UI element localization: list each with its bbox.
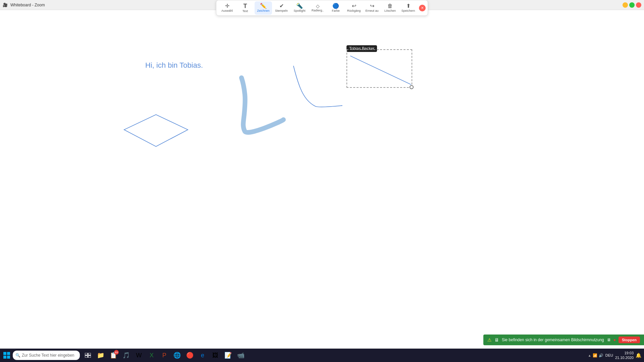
canvas-area[interactable]: Hi, ich bin Tobias. Tobias Becker <box>0 16 644 349</box>
farbe-label: Farbe <box>332 9 340 12</box>
screen-share-icon: 🖥 <box>494 337 499 343</box>
svg-marker-0 <box>124 115 188 146</box>
tool-stempeln[interactable]: ✔ Stempeln <box>273 1 290 15</box>
svg-rect-4 <box>3 356 6 359</box>
tray-time[interactable]: 19:03 21.10.2020 <box>615 351 634 360</box>
taskview-button[interactable] <box>82 349 94 361</box>
clock-date: 21.10.2020 <box>615 355 634 360</box>
dot-icon: ● <box>613 338 616 342</box>
text-icon: T <box>244 3 247 9</box>
zoom-button[interactable]: 📹 <box>235 349 247 361</box>
taskbar-search[interactable]: 🔍 Zur Suche Text hier eingeben <box>13 351 80 360</box>
svg-rect-9 <box>88 356 91 358</box>
speichern-label: Speichern <box>401 9 415 12</box>
window-title: Whiteboard - Zoom <box>10 3 45 7</box>
stempeln-icon: ✔ <box>279 3 284 9</box>
chrome-icon: 🔴 <box>186 352 194 359</box>
sticky-icon: 📝 <box>224 352 232 359</box>
window-controls <box>623 2 641 8</box>
auswahl-icon: ✛ <box>225 3 229 9</box>
taskbar-icons: 📁 📋 69 🎵 W X P 🌐 🔴 e 🖼 📝 <box>82 349 247 361</box>
tool-text[interactable]: T Text <box>236 1 254 15</box>
zeichnen-label: Zeichnen <box>257 9 269 12</box>
photos-button[interactable]: 🖼 <box>209 349 221 361</box>
tool-ruckgang[interactable]: ↩ Rückgäng <box>345 1 363 15</box>
tool-farbe[interactable]: 🔵 Farbe <box>327 1 344 15</box>
start-button[interactable] <box>1 350 12 361</box>
tool-auswahl[interactable]: ✛ Auswähl <box>218 1 236 15</box>
tray-volume-icon[interactable]: 🔊 <box>599 353 603 358</box>
word-icon: W <box>136 352 142 359</box>
edge-icon: 🌐 <box>173 352 181 359</box>
speichern-icon: ⬆ <box>406 3 411 9</box>
clock-time: 19:03 <box>624 351 634 355</box>
screen-share-message: Sie befinden sich in der gemeinsamen Bil… <box>502 338 604 342</box>
powerpoint-button[interactable]: P <box>158 349 170 361</box>
tray-notification-icon[interactable]: 🔔 <box>636 353 641 358</box>
word-button[interactable]: W <box>133 349 145 361</box>
svg-rect-7 <box>88 353 91 355</box>
close-button[interactable] <box>636 2 641 8</box>
tool-radiergu[interactable]: ◇ Radierg.. <box>309 1 326 15</box>
photos-icon: 🖼 <box>212 352 218 359</box>
user-label: Tobias Becker <box>346 45 377 52</box>
ruckgang-label: Rückgäng <box>347 9 361 12</box>
erneut-label: Erneut au <box>365 9 378 12</box>
spotify-button[interactable]: 🎵 <box>120 349 132 361</box>
monitor-icon: 🖥 <box>607 338 611 342</box>
ruckgang-icon: ↩ <box>352 3 356 9</box>
svg-rect-6 <box>85 353 88 355</box>
toolbar: ✛ Auswähl T Text ✏️ Zeichnen ✔ Stempeln … <box>216 0 428 16</box>
badge-count: 69 <box>114 350 119 355</box>
zeichnen-icon: ✏️ <box>260 3 267 9</box>
farbe-icon: 🔵 <box>332 3 339 9</box>
loschen-icon: 🗑 <box>387 3 393 9</box>
zoom-icon: 📹 <box>237 352 245 359</box>
warning-icon: ⚠ <box>487 337 492 343</box>
badge-app-button[interactable]: 📋 69 <box>107 349 119 361</box>
chrome-button[interactable]: 🔴 <box>184 349 196 361</box>
radiergu-label: Radierg.. <box>312 9 324 12</box>
drawing-svg <box>0 16 644 349</box>
sticky-button[interactable]: 📝 <box>222 349 234 361</box>
tool-spotlight[interactable]: 🔦 Spotlight <box>291 1 308 15</box>
explorer-button[interactable]: 📁 <box>95 349 107 361</box>
minimize-button[interactable] <box>623 2 628 8</box>
excel-icon: X <box>150 352 154 359</box>
canvas-text-tobias: Hi, ich bin Tobias. <box>145 61 203 70</box>
selection-handle-br[interactable] <box>410 85 414 89</box>
stop-sharing-button[interactable]: Stoppen <box>619 337 640 343</box>
edge2-button[interactable]: e <box>197 349 209 361</box>
svg-line-1 <box>351 56 411 84</box>
auswahl-label: Auswähl <box>221 9 233 12</box>
taskview-icon <box>85 353 91 358</box>
search-icon: 🔍 <box>15 353 20 358</box>
tool-erneut[interactable]: ↪ Erneut au <box>363 1 381 15</box>
tool-zeichnen[interactable]: ✏️ Zeichnen <box>255 1 272 15</box>
app-icon: 🎥 <box>3 3 8 7</box>
tray-network-icon[interactable]: 📶 <box>593 353 597 358</box>
tool-loschen[interactable]: 🗑 Löschen <box>381 1 399 15</box>
windows-icon <box>3 352 10 359</box>
search-placeholder: Zur Suche Text hier eingeben <box>22 353 74 358</box>
tray-chevron[interactable]: ▲ <box>588 354 591 357</box>
taskbar: 🔍 Zur Suche Text hier eingeben 📁 📋 69 🎵 … <box>0 349 644 362</box>
tray-icons: ▲ 📶 🔊 <box>588 353 603 358</box>
svg-rect-5 <box>7 356 10 359</box>
maximize-button[interactable] <box>629 2 635 8</box>
svg-rect-2 <box>3 352 6 355</box>
powerpoint-icon: P <box>162 352 166 359</box>
system-tray: ▲ 📶 🔊 DEU 19:03 21.10.2020 🔔 <box>585 349 644 362</box>
language-indicator: DEU <box>605 353 613 357</box>
spotify-icon: 🎵 <box>122 352 130 359</box>
tool-speichern[interactable]: ⬆ Speichern <box>399 1 417 15</box>
erneut-icon: ↪ <box>370 3 374 9</box>
edge-button[interactable]: 🌐 <box>171 349 183 361</box>
svg-rect-3 <box>7 352 10 355</box>
edge2-icon: e <box>201 352 204 359</box>
text-label: Text <box>243 10 248 13</box>
svg-rect-8 <box>85 356 88 358</box>
explorer-icon: 📁 <box>97 352 104 359</box>
excel-button[interactable]: X <box>146 349 158 361</box>
toolbar-close-button[interactable]: ✕ <box>419 5 426 11</box>
